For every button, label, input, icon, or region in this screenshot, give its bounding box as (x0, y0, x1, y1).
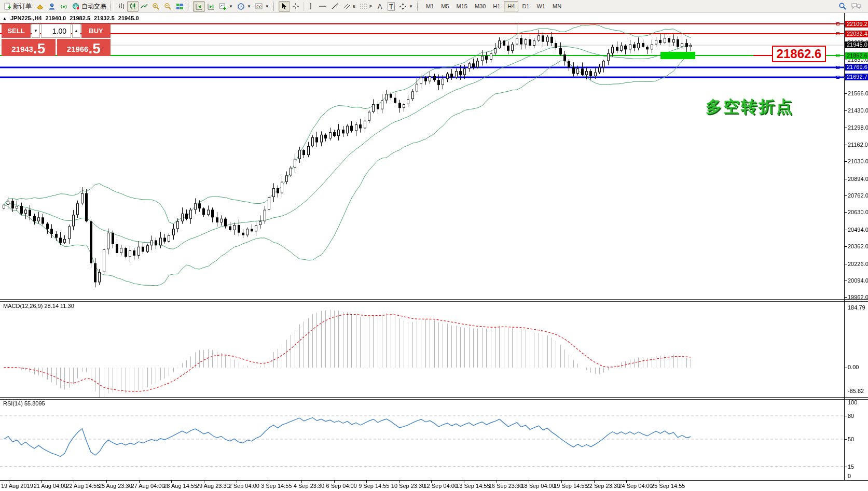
text-tool-button[interactable]: A (374, 1, 385, 12)
time-tick-label: 19 Sep 14:55 (554, 483, 587, 489)
bar-chart-icon (118, 3, 125, 10)
market-watch-button[interactable] (34, 1, 46, 12)
time-tick-label: 24 Sep 04:00 (618, 483, 652, 489)
indicators-button[interactable]: ▼ (253, 1, 271, 12)
time-tick-label: 13 Sep 14:55 (456, 483, 490, 489)
price-tick-label: 20630.0 (848, 209, 868, 215)
new-chart-icon (219, 3, 227, 10)
chart-shift-icon (207, 3, 215, 10)
sell-price-display[interactable]: 21943 .5 (2, 39, 56, 56)
data-window-button[interactable] (46, 1, 58, 12)
zoom-in-button[interactable] (150, 1, 162, 12)
ohlc-open: 21940.0 (45, 15, 66, 21)
chat-icon[interactable] (851, 2, 861, 10)
trendline-icon (331, 3, 339, 10)
main-toolbar: 新订单 自动交易 ▼ ▼ ▼ E F A T ▼ M1M5M15M30H1H4D… (0, 0, 868, 13)
time-tick-label: 3 Sep 14:55 (261, 483, 292, 489)
toolbar-grip (111, 2, 114, 11)
time-tick-label: 27 Aug 04:00 (131, 483, 165, 489)
chart-shift-button[interactable] (205, 1, 217, 12)
auto-scroll-icon (195, 3, 203, 10)
volume-decrease-button[interactable]: ▼ (32, 24, 40, 38)
time-tick-label: 21 Aug 04:00 (34, 483, 67, 489)
buy-button[interactable]: BUY (81, 24, 111, 38)
time-tick-label: 28 Aug 14:55 (163, 483, 197, 489)
search-icon[interactable] (838, 2, 847, 10)
timeframe-button-d1[interactable]: D1 (518, 1, 533, 11)
macd-axis-label: -85.82 (848, 388, 864, 394)
tile-windows-button[interactable] (174, 1, 186, 12)
ohlc-close: 21945.0 (118, 15, 139, 21)
timeframe-button-mn[interactable]: MN (549, 1, 565, 11)
price-tick-label: 19962.0 (848, 294, 868, 300)
vertical-line-tool-button[interactable] (305, 1, 316, 12)
price-tick-label: 21030.0 (848, 158, 868, 164)
collapse-panel-icon[interactable]: ▲ (3, 16, 7, 21)
new-order-button[interactable]: 新订单 (2, 1, 34, 12)
text-label-tool-button[interactable]: T (385, 1, 397, 12)
toolbar-grip (188, 2, 191, 11)
indicators-icon (255, 3, 263, 10)
price-line-label: 21862.6 (845, 52, 868, 59)
rsi-axis-label: 15 (848, 464, 854, 470)
symbol-info-bar: ▲ JPN225-,H4 21940.0 21982.5 21932.5 219… (3, 15, 139, 21)
autotrading-button[interactable]: 自动交易 (70, 1, 108, 12)
price-tick-label: 20094.0 (848, 277, 868, 284)
price-tick-label: 20762.0 (848, 192, 868, 199)
price-line-label: 21945.0 (845, 41, 868, 48)
rsi-axis-label: 0 (848, 473, 851, 479)
timeframe-button-m15[interactable]: M15 (452, 1, 471, 11)
candlestick-mode-button[interactable] (127, 1, 139, 12)
dropdown-caret-icon[interactable]: ▼ (247, 4, 251, 9)
auto-scroll-button[interactable] (193, 1, 205, 12)
dropdown-caret-icon[interactable]: ▼ (409, 4, 413, 9)
crosshair-tool-button[interactable] (290, 1, 301, 12)
price-tick-label: 21430.0 (848, 107, 868, 114)
time-tick-label: 29 Aug 23:30 (196, 483, 230, 489)
cursor-tool-button[interactable] (279, 1, 290, 12)
price-tag-annotation[interactable]: 21862.6 (772, 46, 826, 62)
bar-chart-mode-button[interactable] (116, 1, 127, 12)
new-chart-button[interactable]: ▼ (217, 1, 235, 12)
horizontal-line-icon (319, 3, 327, 10)
timeframe-button-h4[interactable]: H4 (504, 1, 518, 11)
rsi-axis-label: 80 (848, 413, 854, 419)
time-tick-label: 2 Sep 04:00 (229, 483, 259, 489)
volume-increase-button[interactable]: ▲ (72, 24, 80, 38)
signal-icon (60, 3, 68, 10)
price-tick-label: 20894.0 (848, 176, 868, 182)
macd-label: MACD(12,26,9) 28.14 11.30 (3, 303, 74, 309)
fibonacci-tool-button[interactable]: F (357, 1, 374, 12)
line-chart-icon (141, 3, 148, 10)
dropdown-caret-icon[interactable]: ▼ (229, 4, 233, 9)
candlestick-icon (129, 3, 136, 10)
profiles-button[interactable]: ▼ (235, 1, 253, 12)
rsi-label: RSI(14) 55.8095 (3, 400, 45, 406)
zoom-out-icon (164, 3, 172, 10)
fibo-letter: F (369, 4, 372, 9)
timeframe-button-w1[interactable]: W1 (533, 1, 549, 11)
horizontal-line-tool-button[interactable] (316, 1, 329, 12)
signals-button[interactable] (58, 1, 70, 12)
sell-button[interactable]: SELL (2, 24, 31, 38)
equidistant-channel-tool-button[interactable]: E (341, 1, 357, 12)
price-line-label: 21692.7 (845, 74, 868, 80)
fibonacci-icon (360, 3, 368, 10)
zoom-out-button[interactable] (162, 1, 174, 12)
timeframe-button-m30[interactable]: M30 (471, 1, 489, 11)
trendline-tool-button[interactable] (329, 1, 341, 12)
new-order-icon (4, 3, 11, 10)
arrows-tool-button[interactable]: ▼ (397, 1, 415, 12)
buy-price-display[interactable]: 21966 .5 (57, 39, 111, 56)
timeframe-button-h1[interactable]: H1 (489, 1, 504, 11)
timeframe-button-m1[interactable]: M1 (422, 1, 437, 11)
chart-canvas[interactable] (0, 0, 868, 491)
zoom-in-icon (152, 3, 160, 10)
price-line-label: 22109.2 (845, 21, 868, 27)
gold-chart-icon (36, 3, 44, 10)
volume-input[interactable]: 1.00 (41, 24, 71, 38)
turning-point-annotation[interactable]: 多空转折点 (706, 96, 794, 118)
line-chart-mode-button[interactable] (139, 1, 150, 12)
timeframe-button-m5[interactable]: M5 (437, 1, 452, 11)
dropdown-caret-icon[interactable]: ▼ (265, 4, 269, 9)
